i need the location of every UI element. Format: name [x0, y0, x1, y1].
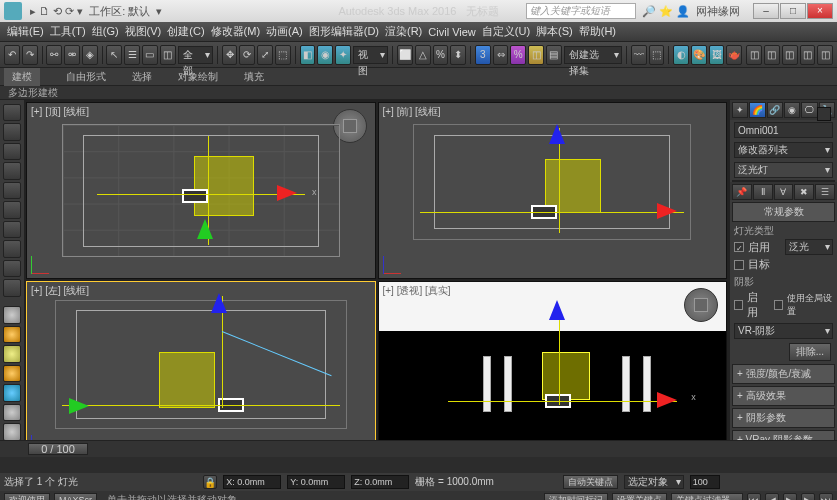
vp-label-left[interactable]: [+] [左] [线框] [31, 284, 89, 298]
welcome-button[interactable]: 欢迎使用 [4, 493, 50, 500]
shadow-enable-checkbox[interactable] [734, 300, 743, 310]
curve-editor-button[interactable]: 〰 [631, 45, 647, 65]
stack-item[interactable]: 泛光灯 [734, 162, 833, 178]
menu-script[interactable]: 脚本(S) [536, 24, 573, 39]
undo-button[interactable]: ↶ [4, 45, 20, 65]
tb-x5[interactable]: ◫ [817, 45, 833, 65]
placement-button[interactable]: ⬚ [275, 45, 291, 65]
tb-x3[interactable]: ◫ [782, 45, 798, 65]
coord-z[interactable]: Z: 0.0mm [351, 475, 409, 489]
rollout-adv[interactable]: + 高级效果 [732, 386, 835, 406]
unlink-button[interactable]: ⚮ [64, 45, 80, 65]
menu-group[interactable]: 组(G) [92, 24, 119, 39]
tab-freeform[interactable]: 自由形式 [66, 70, 106, 84]
lt-6[interactable] [3, 201, 21, 218]
lt-c6[interactable] [3, 423, 21, 440]
show-end-button[interactable]: Ⅱ [753, 184, 773, 200]
snap-angle-button[interactable]: △ [415, 45, 431, 65]
pivot-button[interactable]: ◉ [317, 45, 333, 65]
hierarchy-tab-icon[interactable]: 🔗 [767, 102, 783, 118]
minimize-button[interactable]: – [753, 3, 779, 19]
select-rect-button[interactable]: ▭ [142, 45, 158, 65]
select-window-button[interactable]: ◫ [160, 45, 176, 65]
move-button[interactable]: ✥ [222, 45, 238, 65]
lt-9[interactable] [3, 260, 21, 277]
vp-label-top[interactable]: [+] [顶] [线框] [31, 105, 89, 119]
menu-edit[interactable]: 编辑(E) [7, 24, 44, 39]
rollout-general[interactable]: 常规参数 [732, 202, 835, 222]
object-color-swatch[interactable] [817, 107, 831, 121]
frame-spinner[interactable]: 100 [690, 475, 720, 489]
align-button[interactable]: % [510, 45, 526, 65]
lt-c4[interactable] [3, 384, 21, 401]
lt-5[interactable] [3, 182, 21, 199]
manip-button[interactable]: ✦ [335, 45, 351, 65]
menu-view[interactable]: 视图(V) [125, 24, 162, 39]
next-frame-button[interactable]: ▶ [801, 493, 815, 500]
menu-rendering[interactable]: 渲染(R) [385, 24, 422, 39]
tab-selection[interactable]: 选择 [132, 70, 152, 84]
timeline[interactable]: 0 / 100 [0, 441, 837, 457]
rotate-button[interactable]: ⟳ [239, 45, 255, 65]
app-logo-icon[interactable] [4, 2, 22, 20]
menu-graph[interactable]: 图形编辑器(D) [309, 24, 379, 39]
maximize-button[interactable]: □ [780, 3, 806, 19]
lt-8[interactable] [3, 240, 21, 257]
pin-stack-button[interactable]: 📌 [732, 184, 752, 200]
close-button[interactable]: × [807, 3, 833, 19]
vp-label-persp[interactable]: [+] [透视] [真实] [383, 284, 451, 298]
spinner-snap-button[interactable]: ⬍ [450, 45, 466, 65]
help-search-input[interactable]: 键入关键字或短语 [526, 3, 636, 19]
named-sel-button[interactable]: 3 [475, 45, 491, 65]
trackbar[interactable] [0, 457, 837, 473]
tab-populate[interactable]: 填充 [244, 70, 264, 84]
coord-y[interactable]: Y: 0.0mm [287, 475, 345, 489]
redo-button[interactable]: ↷ [22, 45, 38, 65]
goto-start-button[interactable]: ⏮ [747, 493, 761, 500]
menu-help[interactable]: 帮助(H) [579, 24, 616, 39]
targeted-checkbox[interactable] [734, 260, 744, 270]
lock-button[interactable]: 🔒 [203, 475, 217, 489]
unique-button[interactable]: ∀ [774, 184, 794, 200]
exclude-button[interactable]: 排除... [789, 343, 831, 361]
object-name-input[interactable] [734, 122, 833, 138]
prev-frame-button[interactable]: ◀ [765, 493, 779, 500]
tb-x1[interactable]: ◫ [746, 45, 762, 65]
timetag-button[interactable]: 添加时间标记 [544, 493, 608, 500]
lt-4[interactable] [3, 162, 21, 179]
scale-button[interactable]: ⤢ [257, 45, 273, 65]
motion-tab-icon[interactable]: ◉ [784, 102, 800, 118]
display-tab-icon[interactable]: 🖵 [801, 102, 817, 118]
lt-c5[interactable] [3, 404, 21, 421]
mirror-button[interactable]: ⇔ [493, 45, 509, 65]
create-tab-icon[interactable]: ✦ [732, 102, 748, 118]
render-button[interactable]: 🫖 [726, 45, 742, 65]
setkey-button[interactable]: 设置关键点 [612, 493, 667, 500]
viewport-top[interactable]: [+] [顶] [线框] x [26, 102, 376, 279]
layer-button[interactable]: ◫ [528, 45, 544, 65]
goto-end-button[interactable]: ⏭ [819, 493, 833, 500]
bind-button[interactable]: ◈ [82, 45, 98, 65]
lt-7[interactable] [3, 221, 21, 238]
config-button[interactable]: ☰ [815, 184, 835, 200]
viewport-front[interactable]: [+] [前] [线框] [378, 102, 728, 279]
select-name-button[interactable]: ☰ [124, 45, 140, 65]
tab-modeling[interactable]: 建模 [4, 68, 40, 86]
select-filter[interactable]: 全部 [178, 46, 213, 64]
menu-tools[interactable]: 工具(T) [50, 24, 86, 39]
play-button[interactable]: ▶ [783, 493, 797, 500]
tb-x2[interactable]: ◫ [764, 45, 780, 65]
lt-c2[interactable] [3, 345, 21, 362]
selection-set[interactable]: 创建选择集 [564, 46, 622, 64]
modify-tab-icon[interactable]: 🌈 [749, 102, 765, 118]
modifier-list-dropdown[interactable]: 修改器列表 [734, 142, 833, 158]
viewcube-persp-icon[interactable] [684, 288, 718, 322]
maxscript-button[interactable]: MAXScr [54, 493, 97, 500]
rollout-shadow[interactable]: + 阴影参数 [732, 408, 835, 428]
lt-1[interactable] [3, 104, 21, 121]
shadow-type-dropdown[interactable]: VR-阴影 [734, 323, 833, 339]
lt-3[interactable] [3, 143, 21, 160]
lt-2[interactable] [3, 123, 21, 140]
time-slider[interactable]: 0 / 100 [28, 443, 88, 455]
menu-custom[interactable]: 自定义(U) [482, 24, 530, 39]
